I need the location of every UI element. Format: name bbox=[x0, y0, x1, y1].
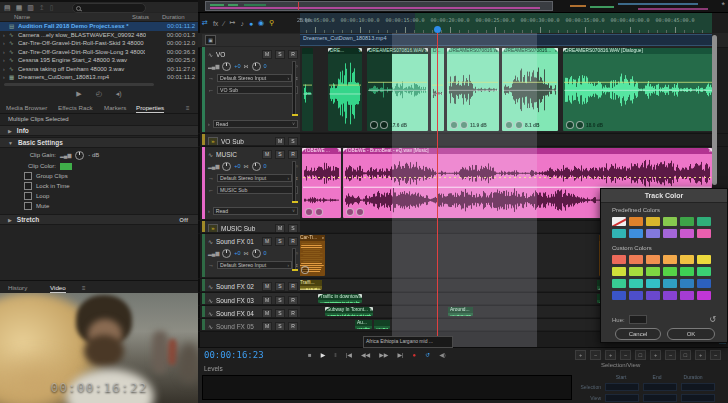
mute-button[interactable]: M bbox=[275, 224, 285, 233]
tab-properties[interactable]: Properties bbox=[136, 104, 164, 113]
color-swatch[interactable] bbox=[680, 291, 694, 300]
color-swatch[interactable] bbox=[612, 291, 626, 300]
tab-markers[interactable]: Markers bbox=[104, 104, 126, 111]
clip-header[interactable]: Around... bbox=[448, 307, 473, 313]
mute-button[interactable]: M bbox=[262, 296, 272, 305]
fade-in-handle[interactable] bbox=[328, 48, 332, 52]
audio-clip[interactable]: DREAMERS070816.WAV [Dialogue]˅18.0 dB bbox=[563, 48, 712, 131]
mute-button[interactable]: M bbox=[275, 137, 285, 146]
clip-header[interactable]: DREAMERS070816...˅ bbox=[502, 48, 558, 54]
chevron-down-icon[interactable]: ˅ bbox=[322, 235, 324, 241]
audio-clip[interactable]: DREAMERS070816.WAV [D...˅11.9 dB bbox=[447, 48, 499, 131]
audio-clip[interactable] bbox=[374, 320, 390, 329]
arm-record-button[interactable]: R bbox=[288, 296, 298, 305]
audio-clip[interactable]: TOBEWE ...˅ bbox=[302, 148, 341, 218]
fade-out-handle[interactable] bbox=[495, 48, 499, 52]
clip-fx-knob[interactable] bbox=[460, 121, 468, 129]
playhead-handle[interactable] bbox=[434, 26, 441, 33]
slip-tool-icon[interactable]: ↦ bbox=[230, 19, 236, 27]
search-input[interactable] bbox=[72, 3, 146, 13]
color-swatch[interactable] bbox=[629, 279, 643, 288]
levels-label[interactable]: Levels bbox=[204, 365, 223, 372]
color-swatch[interactable] bbox=[697, 229, 711, 238]
tab-effects-rack[interactable]: Effects Rack bbox=[58, 104, 93, 111]
color-swatch[interactable] bbox=[697, 267, 711, 276]
zoom-reset-button[interactable]: + bbox=[695, 350, 706, 360]
fade-in-handle[interactable] bbox=[447, 48, 451, 52]
track-name[interactable]: Sound FX 05 bbox=[216, 323, 259, 330]
solo-button[interactable]: S bbox=[275, 237, 285, 246]
solo-button[interactable]: S bbox=[288, 137, 298, 146]
color-swatch[interactable] bbox=[697, 255, 711, 264]
color-swatch[interactable] bbox=[646, 291, 660, 300]
checkbox[interactable] bbox=[24, 182, 32, 190]
arm-record-button[interactable]: R bbox=[288, 150, 298, 159]
track-header[interactable]: ∿Sound FX 05MSR bbox=[202, 319, 300, 330]
tab-history[interactable]: History bbox=[8, 284, 27, 291]
audio-clip[interactable]: Car-Ti...˅ bbox=[300, 235, 325, 276]
track-name[interactable]: MUSIC bbox=[216, 151, 259, 158]
selection-view-value[interactable] bbox=[605, 383, 639, 391]
track-header[interactable]: »VO SubMS bbox=[202, 134, 300, 145]
track-fader-handle[interactable] bbox=[292, 114, 298, 116]
clip-header[interactable]: TOBEWE ...˅ bbox=[302, 148, 341, 154]
track-fader[interactable] bbox=[292, 161, 296, 203]
color-swatch[interactable] bbox=[680, 279, 694, 288]
clip-gain-knob[interactable] bbox=[505, 121, 513, 129]
clip-header[interactable]: DREAMERS070816.WAV [D...˅ bbox=[447, 48, 499, 54]
clip-header[interactable]: DREAMERS070816.WAV [Dialogue]˅ bbox=[563, 48, 712, 54]
fade-out-handle[interactable] bbox=[369, 307, 373, 311]
color-swatch[interactable] bbox=[663, 279, 677, 288]
audio-clip[interactable] bbox=[302, 48, 313, 131]
zoom-to-selection-button[interactable]: □ bbox=[635, 350, 646, 360]
selection-view-value[interactable] bbox=[643, 383, 677, 391]
snap-icon[interactable]: * bbox=[721, 0, 725, 10]
clip-header[interactable] bbox=[302, 48, 313, 54]
zoom-out-time-button[interactable]: − bbox=[590, 350, 601, 360]
solo-button[interactable]: S bbox=[275, 296, 285, 305]
tab-video[interactable]: Video bbox=[50, 284, 66, 293]
color-swatch[interactable] bbox=[663, 217, 677, 226]
import-file-icon[interactable]: ▦ bbox=[16, 4, 23, 11]
mute-button[interactable]: M bbox=[262, 150, 272, 159]
track-name[interactable]: Sound FX 02 bbox=[216, 283, 259, 290]
track-lane[interactable]: DRE...˅DREAMERS070816.WAV ...˅17.6 dBD..… bbox=[300, 47, 712, 132]
play-button[interactable]: ▶ bbox=[321, 352, 326, 358]
auto-play-icon[interactable]: ◂) bbox=[116, 90, 122, 98]
color-swatch[interactable] bbox=[612, 267, 626, 276]
volume-knob[interactable] bbox=[222, 62, 231, 71]
arm-record-button[interactable]: R bbox=[288, 237, 298, 246]
checkbox[interactable] bbox=[24, 202, 32, 210]
fade-in-handle[interactable] bbox=[318, 294, 322, 298]
timeline-ruler[interactable]: 00:00:05:00.000:00:10:00.000:00:15:00.00… bbox=[300, 13, 712, 33]
color-swatch[interactable] bbox=[697, 217, 711, 226]
audio-clip[interactable]: DRE...˅ bbox=[328, 48, 362, 131]
track-color-strip[interactable] bbox=[202, 319, 205, 330]
color-swatch[interactable] bbox=[646, 229, 660, 238]
preview-play-icon[interactable]: ▶ bbox=[76, 90, 81, 98]
track-color-strip[interactable] bbox=[202, 221, 205, 232]
color-swatch[interactable] bbox=[663, 267, 677, 276]
color-swatch[interactable] bbox=[646, 255, 660, 264]
arm-record-button[interactable]: R bbox=[288, 322, 298, 331]
color-swatch[interactable] bbox=[612, 255, 626, 264]
selection-view-value[interactable] bbox=[681, 383, 715, 391]
fade-in-handle[interactable] bbox=[563, 48, 567, 52]
clip-fx-knob[interactable] bbox=[315, 208, 323, 216]
selection-view-value[interactable] bbox=[643, 394, 677, 402]
track-fader-handle[interactable] bbox=[292, 269, 298, 271]
open-in-editor-icon[interactable]: ◴ bbox=[96, 90, 102, 98]
timeline-navigator[interactable]: * bbox=[198, 0, 728, 13]
tracks-vscrollbar[interactable] bbox=[712, 35, 717, 185]
clip-gain-knob[interactable] bbox=[450, 121, 458, 129]
skip-selection-button[interactable]: ◀) bbox=[439, 352, 446, 358]
solo-button[interactable]: S bbox=[275, 282, 285, 291]
color-swatch[interactable] bbox=[629, 255, 643, 264]
track-color-strip[interactable] bbox=[202, 279, 205, 291]
cancel-button[interactable]: Cancel bbox=[615, 328, 661, 340]
clip-gain-knob[interactable] bbox=[566, 121, 574, 129]
volume-knob[interactable] bbox=[222, 249, 231, 258]
track-name[interactable]: VO bbox=[216, 51, 259, 58]
audio-clip[interactable]: Around... bbox=[448, 307, 473, 316]
color-swatch[interactable] bbox=[663, 229, 677, 238]
